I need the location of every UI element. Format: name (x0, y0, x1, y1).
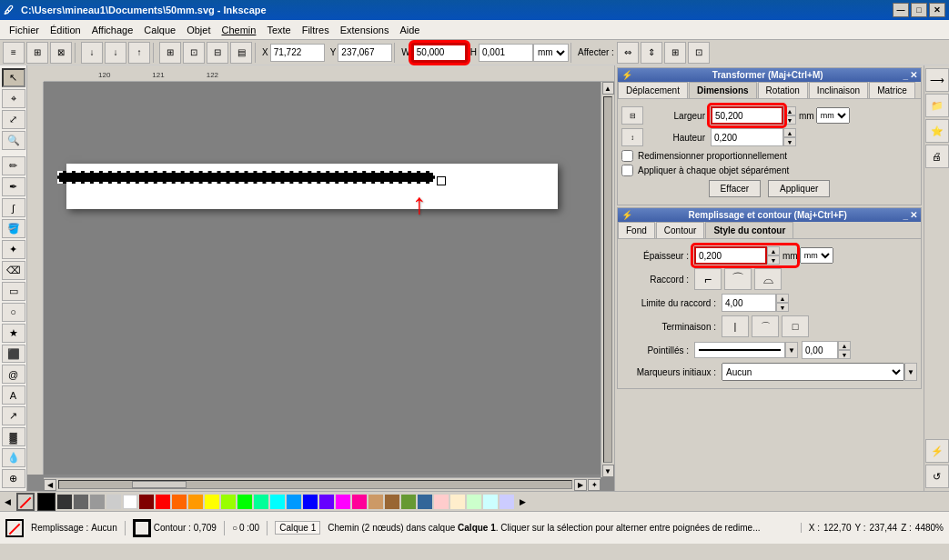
tool-pencil[interactable]: ✏ (2, 156, 25, 175)
effacer-button[interactable]: Effacer (709, 180, 762, 197)
tool-rect[interactable]: ▭ (2, 282, 25, 301)
epaisseur-input[interactable] (694, 246, 767, 265)
limite-spin-down[interactable]: ▼ (776, 303, 789, 312)
toolbar-btn-10[interactable]: ▤ (230, 42, 252, 64)
palette-yellow[interactable] (205, 495, 219, 509)
epaisseur-spin-down[interactable]: ▼ (767, 255, 780, 265)
toolbar-btn-2[interactable]: ⊞ (26, 42, 48, 64)
tab-contour[interactable]: Contour (656, 222, 705, 238)
hauteur-spin-down[interactable]: ▼ (783, 137, 796, 146)
appliquer-checkbox[interactable] (621, 165, 633, 176)
limite-spin-up[interactable]: ▲ (776, 294, 789, 303)
palette-scroll-left[interactable]: ◀ (0, 495, 15, 509)
palette-skyblue[interactable] (287, 495, 301, 509)
pointilles-select[interactable] (694, 342, 785, 358)
palette-mint[interactable] (254, 495, 268, 509)
scroll-thumb-h[interactable] (132, 481, 187, 488)
tool-node[interactable]: ⌖ (2, 89, 25, 108)
tool-pen[interactable]: ✒ (2, 177, 25, 196)
palette-lightgreen[interactable] (467, 495, 481, 509)
tool-connector[interactable]: ↗ (2, 406, 25, 425)
scroll-left-btn[interactable]: ◀ (44, 479, 56, 491)
scroll-track-v[interactable] (603, 96, 612, 463)
affecter-btn-4[interactable]: ⊡ (688, 42, 710, 64)
tab-dimensions[interactable]: Dimensions (689, 82, 757, 98)
palette-orange[interactable] (172, 495, 187, 509)
tab-style-contour[interactable]: Style du contour (705, 222, 793, 238)
y-input[interactable] (338, 44, 392, 62)
canvas-corner-btn[interactable]: ✦ (588, 479, 601, 491)
palette-lightyellow[interactable] (450, 495, 465, 509)
raccord-btn-3[interactable]: ⌓ (754, 268, 782, 290)
scroll-track-h[interactable] (58, 480, 572, 489)
palette-gray[interactable] (74, 495, 88, 509)
epaisseur-spin-up[interactable]: ▲ (767, 246, 780, 255)
palette-blue[interactable] (303, 495, 318, 509)
tool-select[interactable]: ↖ (2, 68, 25, 87)
palette-lightgray[interactable] (90, 495, 105, 509)
canvas-area[interactable]: 120121122 ↑ ◀ ▶ (27, 65, 614, 491)
scroll-up-btn[interactable]: ▲ (602, 82, 614, 95)
scroll-right-btn[interactable]: ▶ (574, 479, 587, 491)
tool-bottom[interactable]: ⊕ (2, 469, 25, 488)
transparent-color[interactable] (16, 493, 35, 511)
palette-lavender[interactable] (500, 495, 514, 509)
far-right-btn-3[interactable]: ⭐ (925, 119, 949, 143)
far-right-btn-6[interactable]: ↺ (925, 465, 949, 488)
toolbar-btn-9[interactable]: ⊟ (207, 42, 228, 64)
epaisseur-unit-select[interactable]: mm px (800, 247, 833, 264)
palette-verylightgray[interactable] (106, 495, 121, 509)
affecter-btn-3[interactable]: ⊞ (664, 42, 686, 64)
pointilles-input[interactable] (802, 341, 838, 359)
fill-minimize[interactable]: _ (903, 210, 908, 220)
tab-matrice[interactable]: Matrice (869, 82, 915, 98)
largeur-spin-down[interactable]: ▼ (783, 115, 796, 125)
hauteur-spin-up[interactable]: ▲ (783, 128, 796, 137)
tool-calligraph[interactable]: ∫ (2, 198, 25, 217)
raccord-btn-1[interactable]: ⌐ (694, 268, 722, 290)
far-right-btn-4[interactable]: 🖨 (925, 145, 949, 168)
h-input[interactable] (479, 44, 533, 62)
palette-lightcyan[interactable] (483, 495, 498, 509)
toolbar-btn-8[interactable]: ⊡ (183, 42, 205, 64)
far-right-btn-1[interactable]: ⟶ (925, 68, 949, 92)
menu-fichier[interactable]: Fichier (4, 23, 45, 37)
largeur-unit-select[interactable]: mm (816, 107, 850, 124)
scroll-down-btn[interactable]: ▼ (602, 465, 614, 477)
transformer-close[interactable]: ✕ (910, 70, 917, 80)
toolbar-btn-3[interactable]: ⊠ (50, 42, 72, 64)
palette-white[interactable] (123, 495, 137, 509)
menu-objet[interactable]: Objet (181, 23, 216, 37)
palette-darkred[interactable] (139, 495, 154, 509)
tool-spray[interactable]: ✦ (2, 240, 25, 259)
marqueurs-dropdown[interactable]: ▼ (904, 363, 917, 381)
toolbar-btn-6[interactable]: ↑ (128, 42, 150, 64)
palette-darkorange[interactable] (188, 495, 203, 509)
tool-circle[interactable]: ○ (2, 303, 25, 322)
tool-3d[interactable]: ⬛ (2, 345, 25, 364)
tool-zoom[interactable]: 🔍 (2, 131, 25, 150)
toolbar-btn-7[interactable]: ⊞ (159, 42, 181, 64)
pointilles-spin-up[interactable]: ▲ (838, 341, 851, 350)
palette-pink[interactable] (352, 495, 367, 509)
tab-rotation[interactable]: Rotation (758, 82, 808, 98)
fill-close[interactable]: ✕ (910, 210, 917, 220)
limite-input[interactable] (722, 294, 776, 312)
tool-dropper[interactable]: 💧 (2, 448, 25, 467)
raccord-btn-2[interactable]: ⌒ (724, 268, 752, 290)
toolbar-btn-4[interactable]: ↓ (81, 42, 103, 64)
largeur-input[interactable] (711, 106, 783, 125)
tool-gradient[interactable]: ▓ (2, 427, 25, 446)
terminaison-btn-1[interactable]: | (722, 315, 749, 337)
menu-edition[interactable]: Édition (45, 23, 86, 37)
menu-chemin[interactable]: Chemin (216, 23, 261, 37)
h-scrollbar[interactable]: ◀ ▶ ✦ (44, 477, 601, 491)
palette-cyan[interactable] (270, 495, 285, 509)
terminaison-btn-2[interactable]: ⌒ (752, 315, 779, 337)
palette-steelblue[interactable] (418, 495, 432, 509)
menu-texte[interactable]: Texte (261, 23, 296, 37)
menu-calque[interactable]: Calque (138, 23, 181, 37)
far-right-btn-5[interactable]: ⚡ (925, 439, 949, 463)
transformer-minimize[interactable]: _ (903, 70, 908, 80)
palette-green[interactable] (237, 495, 252, 509)
